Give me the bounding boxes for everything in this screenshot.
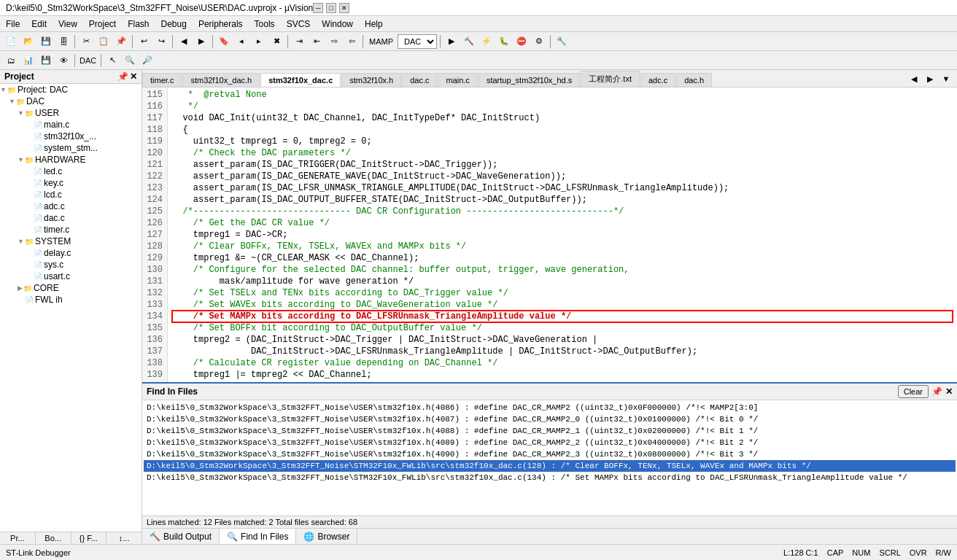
code-line-134[interactable]: /* Set MAMPx bits according to DAC_LFSRU… <box>172 311 953 322</box>
tree-item-14[interactable]: 📄delay.c <box>0 247 142 259</box>
clear-bookmarks-button[interactable]: ✖ <box>268 34 284 50</box>
undo-button[interactable]: ↩ <box>136 34 152 50</box>
menu-item-project[interactable]: Project <box>83 18 122 31</box>
step-out-button[interactable]: ↖ <box>104 52 120 69</box>
unindent-button[interactable]: ⇤ <box>309 34 325 50</box>
code-line-120[interactable]: /* Check the DAC parameters */ <box>172 147 953 159</box>
tree-item-4[interactable]: 📄stm32f10x_... <box>0 131 142 142</box>
code-line-129[interactable]: tmpreg1 &= ~(CR_CLEAR_MASK << DAC_Channe… <box>172 252 953 264</box>
next-bookmark-button[interactable]: ▸ <box>251 34 267 50</box>
code-line-128[interactable]: /* Clear BOFFx, TENx, TSELx, WAVEx and M… <box>172 241 953 252</box>
code-line-121[interactable]: assert_param(IS_DAC_TRIGGER(DAC_InitStru… <box>172 159 953 171</box>
indent-button[interactable]: ⇥ <box>291 34 307 50</box>
registers-button[interactable]: 📊 <box>20 52 36 69</box>
find-result-6[interactable]: D:\keil5\0_Stm32WorkSpace\3_Stm32FFT_Noi… <box>144 472 956 483</box>
save-button[interactable]: 💾 <box>38 34 54 50</box>
code-line-124[interactable]: assert_param(IS_DAC_OUTPUT_BUFFER_STATE(… <box>172 194 953 206</box>
editor-tab-1[interactable]: stm32f10x_dac.h <box>182 73 260 87</box>
code-line-115[interactable]: * @retval None <box>172 89 953 101</box>
code-line-117[interactable]: void DAC_Init(uint32_t DAC_Channel, DAC_… <box>172 112 953 124</box>
forward-button[interactable]: ▶ <box>193 34 209 50</box>
proj-tab-functions[interactable]: {} F... <box>71 532 107 544</box>
stop-button[interactable]: ⛔ <box>514 34 530 50</box>
close-button[interactable]: ✕ <box>339 3 349 13</box>
tree-item-7[interactable]: 📄led.c <box>0 166 142 177</box>
back-button[interactable]: ◀ <box>176 34 192 50</box>
code-line-122[interactable]: assert_param(IS_DAC_GENERATE_WAVE(DAC_In… <box>172 171 953 182</box>
menu-item-debug[interactable]: Debug <box>155 18 193 31</box>
save-all-button[interactable]: 🗄 <box>55 34 71 50</box>
tree-item-13[interactable]: ▼📁SYSTEM <box>0 236 142 247</box>
tools-button[interactable]: 🔧 <box>554 34 570 50</box>
code-line-132[interactable]: /* Set TSELx and TENx bits according to … <box>172 287 953 299</box>
find-close-icon[interactable]: ✕ <box>945 386 953 397</box>
unindent2-button[interactable]: ⇦ <box>344 34 360 50</box>
proj-tab-templates[interactable]: ↕... <box>106 532 142 544</box>
open-button[interactable]: 📂 <box>20 34 36 50</box>
maximize-button[interactable]: □ <box>326 3 336 13</box>
code-line-137[interactable]: DAC_InitStruct->DAC_LFSRUnmask_TriangleA… <box>172 346 953 357</box>
tab-find-in-files[interactable]: 🔍 Find In Files <box>220 529 296 544</box>
find-result-0[interactable]: D:\keil5\0_Stm32WorkSpace\3_Stm32FFT_Noi… <box>144 402 956 413</box>
tree-item-8[interactable]: 📄key.c <box>0 177 142 189</box>
code-line-127[interactable]: tmpreg1 = DAC->CR; <box>172 229 953 241</box>
tab-build-output[interactable]: 🔨 Build Output <box>142 529 220 544</box>
prev-bookmark-button[interactable]: ◂ <box>233 34 249 50</box>
code-line-131[interactable]: mask/amplitude for wave generation */ <box>172 276 953 287</box>
tree-item-18[interactable]: 📄FWL ih <box>0 294 142 306</box>
code-line-126[interactable]: /* Get the DAC CR value */ <box>172 217 953 229</box>
tab-browser[interactable]: 🌐 Browser <box>296 529 357 544</box>
tree-item-12[interactable]: 📄timer.c <box>0 224 142 236</box>
code-line-125[interactable]: /*------------------------------ DAC CR … <box>172 206 953 217</box>
find-result-4[interactable]: D:\keil5\0_Stm32WorkSpace\3_Stm32FFT_Noi… <box>144 448 956 460</box>
tree-item-5[interactable]: 📄system_stm... <box>0 142 142 154</box>
build-button[interactable]: 🔨 <box>461 34 477 50</box>
project-pin-icon[interactable]: 📌 <box>117 71 128 82</box>
code-line-130[interactable]: /* Configure for the selected DAC channe… <box>172 264 953 276</box>
code-line-116[interactable]: */ <box>172 101 953 112</box>
menu-item-help[interactable]: Help <box>359 18 389 31</box>
tree-item-6[interactable]: ▼📁HARDWARE <box>0 154 142 166</box>
find-result-5[interactable]: D:\keil5\0_Stm32WorkSpace\3_Stm32FFT_Noi… <box>144 460 956 472</box>
menu-item-file[interactable]: File <box>0 18 26 31</box>
project-window-button[interactable]: 🗂 <box>3 52 19 69</box>
find-results[interactable]: D:\keil5\0_Stm32WorkSpace\3_Stm32FFT_Noi… <box>142 400 957 516</box>
code-line-136[interactable]: tmpreg2 = (DAC_InitStruct->DAC_Trigger |… <box>172 334 953 346</box>
tree-item-1[interactable]: ▼📁DAC <box>0 96 142 107</box>
project-close-icon[interactable]: ✕ <box>130 71 137 82</box>
tab-dropdown[interactable]: ▼ <box>938 71 954 87</box>
code-line-139[interactable]: tmpreg1 |= tmpreg2 << DAC_Channel; <box>172 369 953 381</box>
paste-button[interactable]: 📌 <box>113 34 129 50</box>
menu-item-window[interactable]: Window <box>316 18 359 31</box>
watch-button[interactable]: 👁 <box>55 52 71 69</box>
cut-button[interactable]: ✂ <box>78 34 94 50</box>
flash-button[interactable]: ⚡ <box>478 34 495 50</box>
redo-button[interactable]: ↪ <box>153 34 169 50</box>
tree-item-9[interactable]: 📄lcd.c <box>0 189 142 201</box>
editor-tab-2[interactable]: stm32f10x_dac.c <box>260 73 341 87</box>
debug-button[interactable]: 🐛 <box>496 34 512 50</box>
proj-tab-books[interactable]: Bo... <box>36 532 71 544</box>
clear-button[interactable]: Clear <box>898 385 929 398</box>
indent2-button[interactable]: ⇨ <box>326 34 342 50</box>
menu-item-view[interactable]: View <box>53 18 83 31</box>
minimize-button[interactable]: ─ <box>313 3 323 13</box>
tab-scroll-left[interactable]: ◀ <box>906 71 922 87</box>
tree-item-11[interactable]: 📄dac.c <box>0 212 142 224</box>
tab-scroll-right[interactable]: ▶ <box>922 71 938 87</box>
find-result-1[interactable]: D:\keil5\0_Stm32WorkSpace\3_Stm32FFT_Noi… <box>144 413 956 425</box>
zoom2-button[interactable]: 🔎 <box>139 52 155 69</box>
editor-tab-9[interactable]: dac.h <box>676 73 712 87</box>
menu-item-peripherals[interactable]: Peripherals <box>193 18 249 31</box>
zoom-button[interactable]: 🔍 <box>122 52 138 69</box>
find-pin-icon[interactable]: 📌 <box>931 386 942 397</box>
find-result-2[interactable]: D:\keil5\0_Stm32WorkSpace\3_Stm32FFT_Noi… <box>144 425 956 437</box>
tree-item-10[interactable]: 📄adc.c <box>0 201 142 212</box>
run-button[interactable]: ▶ <box>443 34 460 50</box>
menu-item-tools[interactable]: Tools <box>249 18 281 31</box>
tree-item-2[interactable]: ▼📁USER <box>0 107 142 119</box>
tree-item-0[interactable]: ▼📁Project: DAC <box>0 84 142 96</box>
editor-tab-3[interactable]: stm32f10x.h <box>341 73 401 87</box>
editor-tab-0[interactable]: timer.c <box>142 73 182 87</box>
find-result-3[interactable]: D:\keil5\0_Stm32WorkSpace\3_Stm32FFT_Noi… <box>144 437 956 448</box>
